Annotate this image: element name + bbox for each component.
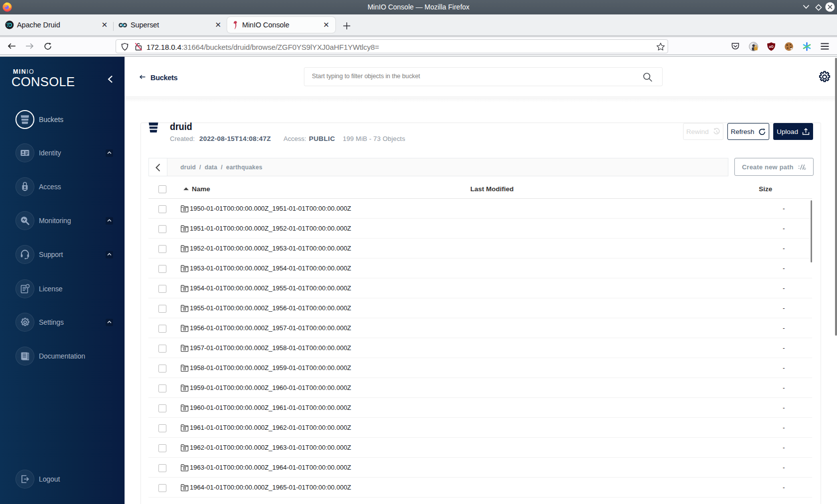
svg-text:uO: uO [769,45,773,48]
